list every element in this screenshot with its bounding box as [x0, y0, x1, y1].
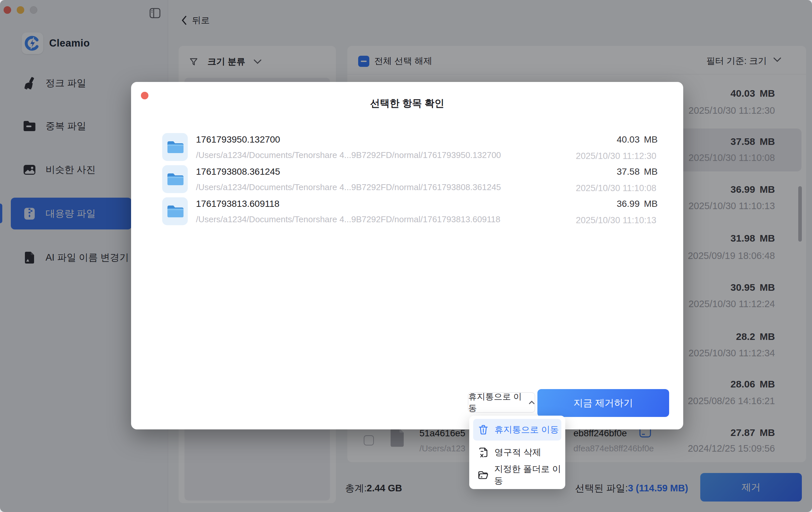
folder-icon: [162, 165, 188, 193]
file-x-icon: [478, 447, 489, 458]
file-path: /Users/a1234/Documents/Tenorshare 4...9B…: [196, 182, 501, 192]
file-path: /Users/a1234/Documents/Tenorshare 4...9B…: [196, 215, 500, 225]
removal-mode-menu: 휴지통으로 이동 영구적 삭제 지정한 폴더로 이동: [469, 416, 565, 489]
file-date: 2025/10/30 11:10:13: [576, 215, 656, 226]
menu-item-label: 휴지통으로 이동: [494, 424, 559, 436]
file-date: 2025/10/30 11:10:08: [576, 183, 656, 193]
file-path: /Users/a1234/Documents/Tenorshare 4...9B…: [196, 150, 501, 160]
file-name: 1761793808.361245: [196, 167, 280, 177]
folder-icon: [162, 133, 188, 161]
file-size: 37.58MB: [617, 167, 658, 177]
app-window: Cleamio 정크 파일: [0, 0, 812, 512]
file-name: 1761793950.132700: [196, 134, 280, 145]
modal-title: 선택한 항목 확인: [131, 97, 683, 110]
menu-item-permanent-delete[interactable]: 영구적 삭제: [473, 442, 561, 463]
removal-mode-dropdown[interactable]: 휴지통으로 이동: [468, 392, 535, 413]
file-size: 40.03MB: [617, 134, 658, 145]
trash-icon: [478, 425, 489, 435]
folder-icon: [162, 197, 188, 225]
file-size: 36.99MB: [617, 199, 658, 209]
folder-move-icon: [478, 470, 488, 481]
remove-now-button[interactable]: 지금 제거하기: [538, 389, 669, 417]
menu-item-label: 지정한 폴더로 이동: [494, 463, 561, 487]
menu-item-label: 영구적 삭제: [494, 447, 541, 458]
confirm-selected-items-modal: 선택한 항목 확인 1761793950.132700 /Users/a1234…: [131, 82, 683, 429]
chevron-up-icon: [528, 400, 535, 405]
file-name: 1761793813.609118: [196, 199, 280, 209]
file-date: 2025/10/30 11:12:30: [576, 151, 656, 161]
menu-item-move-to-folder[interactable]: 지정한 폴더로 이동: [473, 464, 561, 486]
menu-item-move-to-trash[interactable]: 휴지통으로 이동: [473, 419, 561, 440]
removal-mode-label: 휴지통으로 이동: [468, 391, 523, 414]
